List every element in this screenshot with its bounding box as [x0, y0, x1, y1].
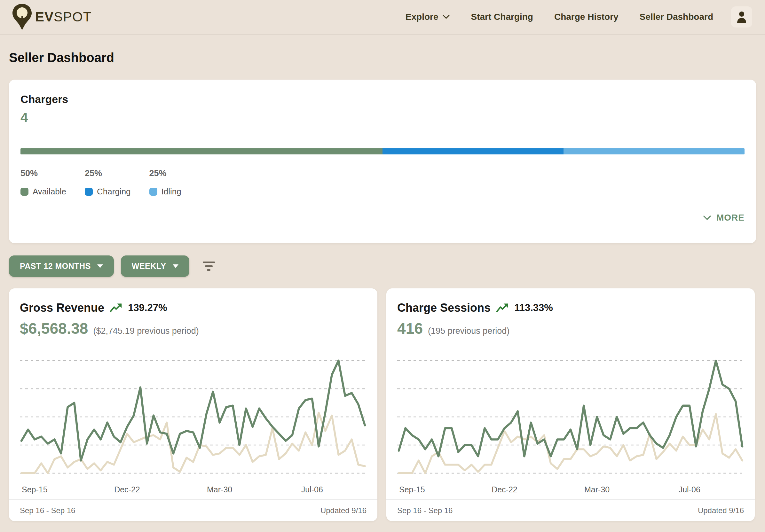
legend-col-idling: 25% Idling: [149, 169, 181, 197]
nav-item-start-charging[interactable]: Start Charging: [471, 12, 533, 22]
chargers-card: Chargers 4 50% Available 25% Charging: [9, 80, 756, 243]
charge-sessions-chart: Sep-15Dec-22Mar-30Jul-06: [397, 347, 744, 497]
caret-down-icon: [173, 265, 179, 268]
gross-revenue-card: Gross Revenue 139.27% $6,568.38 ($2,745.…: [9, 288, 378, 521]
charger-status-bar: [20, 148, 745, 155]
charging-swatch-icon: [85, 188, 93, 196]
date-range: Sep 16 - Sep 16: [397, 506, 452, 515]
gross-revenue-chart: Sep-15Dec-22Mar-30Jul-06: [20, 347, 367, 497]
period-dropdown[interactable]: PAST 12 MONTHS: [9, 256, 114, 277]
charge-sessions-change-pct: 113.33%: [514, 302, 553, 314]
page-title: Seller Dashboard: [9, 51, 756, 65]
chevron-down-icon: [442, 14, 450, 20]
granularity-dropdown[interactable]: WEEKLY: [121, 256, 189, 277]
gross-revenue-change-pct: 139.27%: [128, 302, 167, 314]
gross-revenue-title: Gross Revenue: [20, 301, 104, 314]
svg-text:Dec-22: Dec-22: [114, 485, 140, 494]
svg-text:Jul-06: Jul-06: [301, 485, 323, 494]
svg-text:Mar-30: Mar-30: [207, 485, 232, 494]
available-label: Available: [33, 187, 66, 197]
nav-item-seller-dashboard[interactable]: Seller Dashboard: [640, 12, 713, 22]
bar-segment-available: [20, 148, 382, 155]
legend-col-available: 50% Available: [20, 169, 66, 197]
period-dropdown-label: PAST 12 MONTHS: [20, 262, 91, 271]
legend-col-charging: 25% Charging: [85, 169, 131, 197]
charging-label: Charging: [97, 187, 131, 197]
chargers-count: 4: [20, 110, 745, 125]
svg-text:Mar-30: Mar-30: [584, 485, 610, 494]
gross-revenue-value: $6,568.38: [20, 320, 88, 337]
person-icon: [736, 11, 747, 23]
available-swatch-icon: [20, 188, 28, 196]
charts-row: Gross Revenue 139.27% $6,568.38 ($2,745.…: [9, 288, 756, 521]
logo-spot: SPOT: [54, 9, 92, 24]
idling-swatch-icon: [149, 188, 157, 196]
nav-item-explore-label: Explore: [405, 12, 438, 22]
filter-button[interactable]: [200, 259, 218, 273]
filters-row: PAST 12 MONTHS WEEKLY: [9, 256, 756, 277]
caret-down-icon: [97, 265, 103, 268]
idling-label: Idling: [162, 187, 181, 197]
nav-links: Explore Start Charging Charge History Se…: [405, 12, 713, 22]
charge-sessions-footer: Sep 16 - Sep 16 Updated 9/16: [386, 499, 755, 521]
charge-sessions-card: Charge Sessions 113.33% 416 (195 previou…: [386, 288, 755, 521]
nav-item-start-charging-label: Start Charging: [471, 12, 533, 22]
logo-ev: EV: [35, 9, 54, 24]
updated-label: Updated 9/16: [321, 506, 367, 515]
svg-text:Jul-06: Jul-06: [679, 485, 700, 494]
chevron-down-icon: [703, 215, 711, 221]
chargers-card-title: Chargers: [20, 93, 745, 106]
svg-text:Sep-15: Sep-15: [399, 485, 425, 494]
evspot-pin-icon: [12, 4, 32, 30]
svg-text:Dec-22: Dec-22: [491, 485, 517, 494]
svg-text:Sep-15: Sep-15: [22, 485, 48, 494]
granularity-dropdown-label: WEEKLY: [132, 262, 166, 271]
available-percent: 50%: [20, 169, 66, 179]
top-nav: EVSPOT Explore Start Charging Charge His…: [0, 0, 765, 35]
trending-up-icon: [496, 303, 509, 313]
charge-sessions-previous: (195 previous period): [428, 326, 509, 336]
gross-revenue-previous: ($2,745.19 previous period): [93, 326, 199, 336]
nav-item-seller-dashboard-label: Seller Dashboard: [640, 12, 713, 22]
bar-segment-charging: [382, 148, 563, 155]
evspot-logo[interactable]: EVSPOT: [12, 4, 92, 30]
charge-sessions-value: 416: [397, 320, 423, 337]
nav-item-explore[interactable]: Explore: [405, 12, 450, 22]
charger-status-legend: 50% Available 25% Charging 25% Idling: [20, 169, 745, 197]
account-button[interactable]: [731, 6, 752, 28]
charge-sessions-title: Charge Sessions: [397, 301, 490, 314]
charging-percent: 25%: [85, 169, 131, 179]
nav-item-charge-history-label: Charge History: [554, 12, 618, 22]
bar-segment-idling: [563, 148, 745, 155]
date-range: Sep 16 - Sep 16: [20, 506, 75, 515]
nav-item-charge-history[interactable]: Charge History: [554, 12, 618, 22]
more-button[interactable]: MORE: [703, 213, 745, 223]
trending-up-icon: [109, 303, 123, 313]
filter-lines-icon: [203, 262, 215, 271]
gross-revenue-footer: Sep 16 - Sep 16 Updated 9/16: [9, 499, 378, 521]
more-button-label: MORE: [716, 213, 745, 223]
updated-label: Updated 9/16: [698, 506, 744, 515]
main-content: Seller Dashboard Chargers 4 50% Availabl…: [0, 51, 765, 521]
idling-percent: 25%: [149, 169, 181, 179]
logo-text: EVSPOT: [35, 9, 92, 25]
